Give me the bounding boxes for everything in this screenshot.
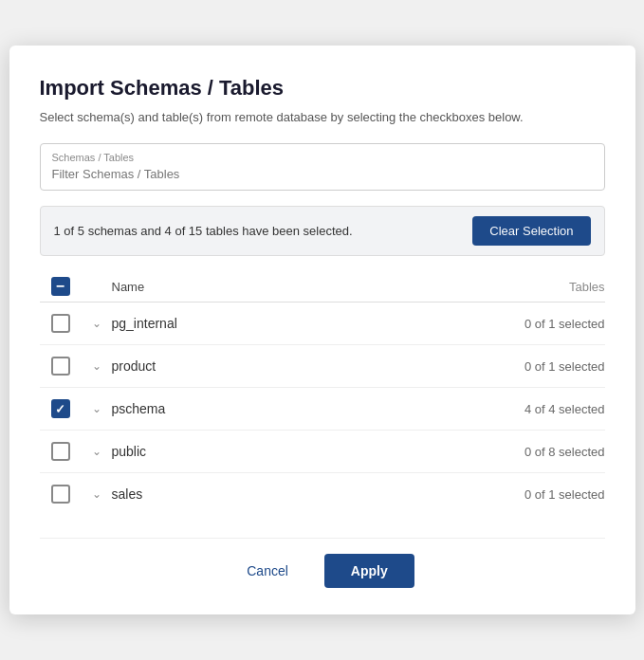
header-checkbox-col: − <box>40 277 82 296</box>
schema-name-pschema: pschema <box>112 401 482 416</box>
tables-count-pschema: 4 of 4 selected <box>482 402 605 416</box>
tables-count-sales: 0 of 1 selected <box>482 487 605 502</box>
filter-label: Schemas / Tables <box>52 152 593 163</box>
filter-group: Schemas / Tables <box>40 143 605 191</box>
expand-icon[interactable]: ⌄ <box>92 359 101 373</box>
apply-button[interactable]: Apply <box>324 554 414 588</box>
table-row: ⌄ sales 0 of 1 selected <box>40 473 605 515</box>
expand-icon[interactable]: ⌄ <box>92 445 101 458</box>
filter-input[interactable] <box>52 167 593 181</box>
table-header: − Name Tables <box>40 271 605 302</box>
modal-subtitle: Select schema(s) and table(s) from remot… <box>40 110 605 124</box>
table-row: ⌄ pg_internal 0 of 1 selected <box>40 302 605 345</box>
expand-icon[interactable]: ⌄ <box>92 317 101 330</box>
row-checkbox-pg-internal[interactable] <box>51 314 70 333</box>
select-all-checkbox[interactable]: − <box>51 277 70 296</box>
table-row: ⌄ product 0 of 1 selected <box>40 345 605 388</box>
schema-name-sales: sales <box>112 486 482 502</box>
clear-selection-button[interactable]: Clear Selection <box>472 216 590 246</box>
row-checkbox-pschema[interactable]: ✓ <box>51 399 70 418</box>
schema-table: − Name Tables ⌄ pg_internal 0 of 1 selec… <box>40 271 605 515</box>
expand-icon[interactable]: ⌄ <box>92 402 101 415</box>
selection-text: 1 of 5 schemas and 4 of 15 tables have b… <box>54 224 353 238</box>
schema-name-public: public <box>112 444 482 459</box>
modal-title: Import Schemas / Tables <box>40 76 605 101</box>
row-checkbox-product[interactable] <box>51 357 70 376</box>
expand-icon[interactable]: ⌄ <box>92 487 101 501</box>
modal-footer: Cancel Apply <box>40 538 605 588</box>
schema-name-product: product <box>112 358 482 374</box>
tables-count-product: 0 of 1 selected <box>482 359 605 374</box>
table-row: ✓ ⌄ pschema 4 of 4 selected <box>40 388 605 431</box>
tables-column-header: Tables <box>482 280 605 294</box>
row-checkbox-public[interactable] <box>51 442 70 461</box>
tables-count-public: 0 of 8 selected <box>482 445 605 459</box>
selection-bar: 1 of 5 schemas and 4 of 15 tables have b… <box>40 206 605 256</box>
schema-name-pg-internal: pg_internal <box>112 316 482 331</box>
row-checkbox-sales[interactable] <box>51 485 70 504</box>
tables-count-pg-internal: 0 of 1 selected <box>482 317 605 331</box>
name-column-header: Name <box>112 280 482 294</box>
table-row: ⌄ public 0 of 8 selected <box>40 431 605 473</box>
import-modal: Import Schemas / Tables Select schema(s)… <box>9 46 635 614</box>
cancel-button[interactable]: Cancel <box>230 556 305 586</box>
